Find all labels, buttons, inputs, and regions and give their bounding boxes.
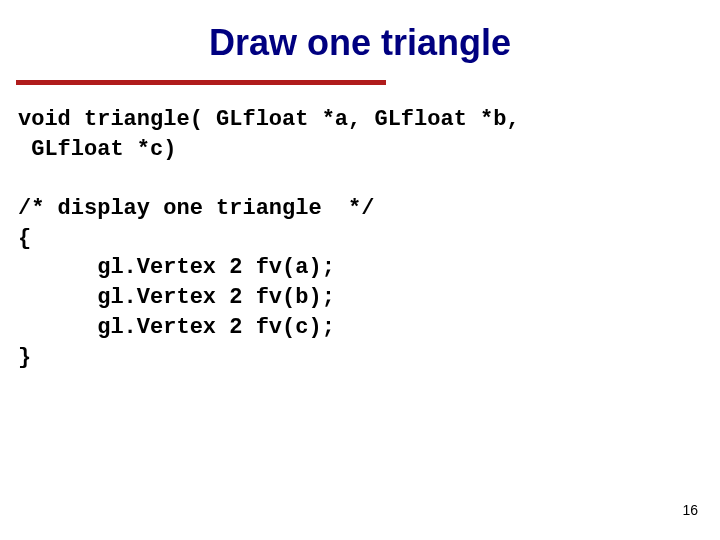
code-block: void triangle( GLfloat *a, GLfloat *b, G… (0, 85, 720, 372)
slide-title: Draw one triangle (209, 22, 511, 64)
page-number: 16 (682, 502, 698, 518)
